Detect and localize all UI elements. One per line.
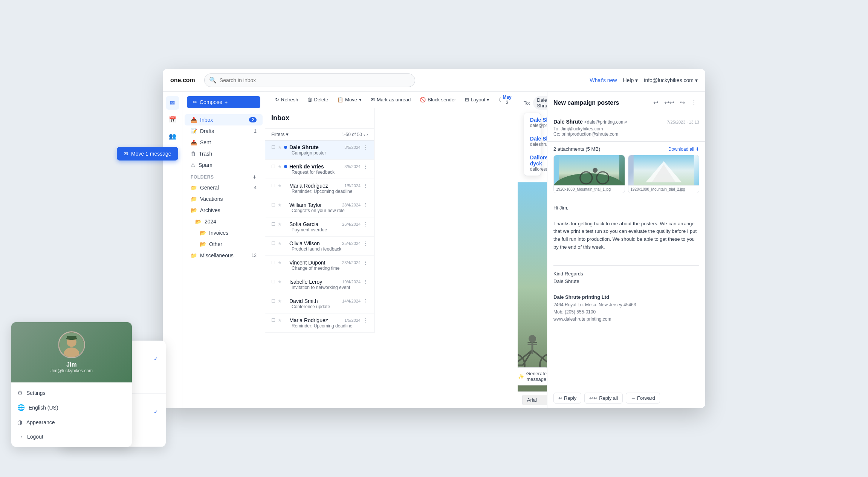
email-more-icon[interactable]: ⋮ xyxy=(363,144,368,150)
settings-menu-item[interactable]: ⚙ Settings xyxy=(11,385,132,400)
download-all-button[interactable]: Download all ⬇ xyxy=(668,147,699,152)
help-button[interactable]: Help ▾ xyxy=(623,77,638,83)
generate-message-button[interactable]: ✨ Generate message xyxy=(518,367,547,385)
sidebar-item-spam[interactable]: ⚠ Spam xyxy=(185,159,263,171)
move-tooltip[interactable]: Move 1 message xyxy=(117,147,178,161)
star-icon[interactable]: ★ xyxy=(278,183,282,188)
layout-button[interactable]: ⊞ Layout ▾ xyxy=(461,95,493,105)
email-more-icon[interactable]: ⋮ xyxy=(363,260,368,266)
star-icon[interactable]: ★ xyxy=(278,279,282,284)
icon-bar-calendar[interactable]: 📅 xyxy=(166,113,179,126)
sidebar-item-archives[interactable]: 📂 Archives xyxy=(185,205,263,216)
star-icon[interactable]: ★ xyxy=(278,298,282,304)
whats-new-link[interactable]: What's new xyxy=(590,77,617,83)
recipient-option[interactable]: Dale Shrute daleshrute@mail.com xyxy=(524,132,541,151)
mark-unread-button[interactable]: ✉ Mark as unread xyxy=(367,95,414,105)
sidebar-item-trash[interactable]: 🗑 Trash xyxy=(185,148,263,159)
delete-button[interactable]: 🗑 Delete xyxy=(304,95,332,105)
email-checkbox[interactable]: ☐ xyxy=(271,222,275,227)
sidebar-item-drafts[interactable]: 📝 Drafts 1 xyxy=(185,125,263,137)
email-item[interactable]: ☐ ★ Sofia Garcia 26/4/2024 ⋮ Payment ove… xyxy=(265,217,374,237)
star-icon[interactable]: ★ xyxy=(278,318,282,323)
logout-menu-item[interactable]: → Logout xyxy=(11,430,132,444)
email-item[interactable]: ☐ ★ Maria Rodriguez 1/5/2024 ⋮ Reminder:… xyxy=(265,313,374,333)
block-sender-button[interactable]: 🚫 Block sender xyxy=(416,95,460,105)
email-item[interactable]: ☐ ★ Olivia Wilson 25/4/2024 ⋮ Product la… xyxy=(265,237,374,256)
reply-all-action-icon[interactable]: ↩↩ xyxy=(662,98,676,108)
language-menu-item[interactable]: 🌐 English (US) xyxy=(11,400,132,415)
email-checkbox[interactable]: ☐ xyxy=(271,318,275,323)
sidebar-item-other[interactable]: 📂 Other xyxy=(185,238,263,250)
email-more-icon[interactable]: ⋮ xyxy=(363,202,368,208)
read-dot xyxy=(284,242,287,245)
refresh-button[interactable]: ↻ Refresh xyxy=(271,95,302,105)
email-item[interactable]: ☐ ★ Maria Rodriguez 1/5/2024 ⋮ Reminder:… xyxy=(265,179,374,198)
email-more-icon[interactable]: ⋮ xyxy=(363,298,368,304)
spam-icon: ⚠ xyxy=(191,162,196,168)
forward-button[interactable]: → Forward xyxy=(626,393,660,404)
attachment-1[interactable]: 1920x1080_Mountain_trial_1.jpg xyxy=(553,155,625,193)
reply-action-icon[interactable]: ↩ xyxy=(651,98,660,108)
star-icon[interactable]: ★ xyxy=(278,260,282,265)
email-more-icon[interactable]: ⋮ xyxy=(363,240,368,246)
email-checkbox[interactable]: ☐ xyxy=(271,260,275,265)
user-email-button[interactable]: info@luckybikes.com ▾ xyxy=(644,77,698,83)
appearance-menu-item[interactable]: ◑ Appearance xyxy=(11,415,132,430)
read-dot xyxy=(284,184,287,187)
move-icon: 📋 xyxy=(337,97,343,102)
email-checkbox[interactable]: ☐ xyxy=(271,145,275,150)
star-icon[interactable]: ★ xyxy=(278,164,282,169)
search-bar[interactable]: 🔍 xyxy=(204,73,415,87)
email-body: Hi Jim, Thanks for getting back to me ab… xyxy=(547,198,705,388)
recipient-chip[interactable]: Dale Shrute ✕ xyxy=(533,96,547,110)
move-button[interactable]: 📋 Move ▾ xyxy=(333,95,365,105)
add-folder-button[interactable]: + xyxy=(253,174,257,180)
star-icon[interactable]: ★ xyxy=(278,145,282,150)
sidebar-item-invoices[interactable]: 📂 Invoices xyxy=(185,227,263,238)
email-more-icon[interactable]: ⋮ xyxy=(363,221,368,227)
star-icon[interactable]: ★ xyxy=(278,202,282,208)
sidebar-item-miscellaneous[interactable]: 📁 Miscellaneous 12 xyxy=(185,250,263,261)
email-checkbox[interactable]: ☐ xyxy=(271,202,275,208)
prev-page-icon[interactable]: ‹ xyxy=(364,132,365,137)
email-checkbox[interactable]: ☐ xyxy=(271,241,275,246)
email-item[interactable]: ☐ ★ Henk de Vries 3/5/2024 ⋮ Request for… xyxy=(265,160,374,179)
email-checkbox[interactable]: ☐ xyxy=(271,183,275,188)
attachment-2[interactable]: 1920x1080_Mountain_trial_2.jpg xyxy=(628,155,700,193)
search-input[interactable] xyxy=(220,77,410,83)
star-icon[interactable]: ★ xyxy=(278,222,282,227)
email-checkbox[interactable]: ☐ xyxy=(271,164,275,169)
mark-icon: ✉ xyxy=(371,97,375,102)
star-icon[interactable]: ★ xyxy=(278,241,282,246)
email-item[interactable]: ☐ ★ Vincent Dupont 23/4/2024 ⋮ Change of… xyxy=(265,256,374,275)
font-select[interactable]: ArialTimes New RomanHelvetica xyxy=(522,395,547,405)
email-item[interactable]: ☐ ★ Isabelle Leroy 19/4/2024 ⋮ Invitatio… xyxy=(265,275,374,294)
sidebar-item-inbox[interactable]: 📥 Inbox 2 xyxy=(185,114,263,125)
prev-date-icon[interactable]: 《 xyxy=(496,96,501,103)
reply-button[interactable]: ↩ Reply xyxy=(553,393,581,404)
icon-bar-mail[interactable]: ✉ xyxy=(166,96,179,110)
email-more-icon[interactable]: ⋮ xyxy=(363,183,368,189)
recipient-option[interactable]: Dale Shrute dale@printing.com Work xyxy=(524,113,541,132)
email-more-icon[interactable]: ⋮ xyxy=(363,317,368,323)
sidebar-item-2024[interactable]: 📂 2024 xyxy=(185,216,263,227)
recipient-option[interactable]: Dallores van dyck dallores@live.nl Home xyxy=(524,151,541,176)
sidebar-item-general[interactable]: 📁 General 4 xyxy=(185,182,263,193)
next-page-icon[interactable]: › xyxy=(367,132,368,137)
filters-button[interactable]: Filters ▾ xyxy=(271,131,289,137)
email-item[interactable]: ☐ ★ Dale Shrute 3/5/2024 ⋮ Campaign post… xyxy=(265,141,374,160)
reply-all-button[interactable]: ↩↩ Reply all xyxy=(584,393,623,404)
email-item[interactable]: ☐ ★ William Taylor 28/4/2024 ⋮ Congrats … xyxy=(265,198,374,217)
email-checkbox[interactable]: ☐ xyxy=(271,298,275,304)
email-item[interactable]: ☐ ★ David Smith 14/4/2024 ⋮ Conference u… xyxy=(265,294,374,313)
sidebar-item-sent[interactable]: 📤 Sent xyxy=(185,137,263,148)
layout-icon: ⊞ xyxy=(465,97,469,102)
more-actions-icon[interactable]: ⋮ xyxy=(689,98,699,108)
icon-bar-contacts[interactable]: 👥 xyxy=(166,129,179,143)
sidebar-item-vacations[interactable]: 📁 Vacations xyxy=(185,193,263,205)
email-more-icon[interactable]: ⋮ xyxy=(363,279,368,285)
compose-button[interactable]: ✏ Compose + xyxy=(187,96,260,108)
email-more-icon[interactable]: ⋮ xyxy=(363,164,368,170)
email-checkbox[interactable]: ☐ xyxy=(271,279,275,284)
forward-action-icon[interactable]: ↪ xyxy=(678,98,687,108)
